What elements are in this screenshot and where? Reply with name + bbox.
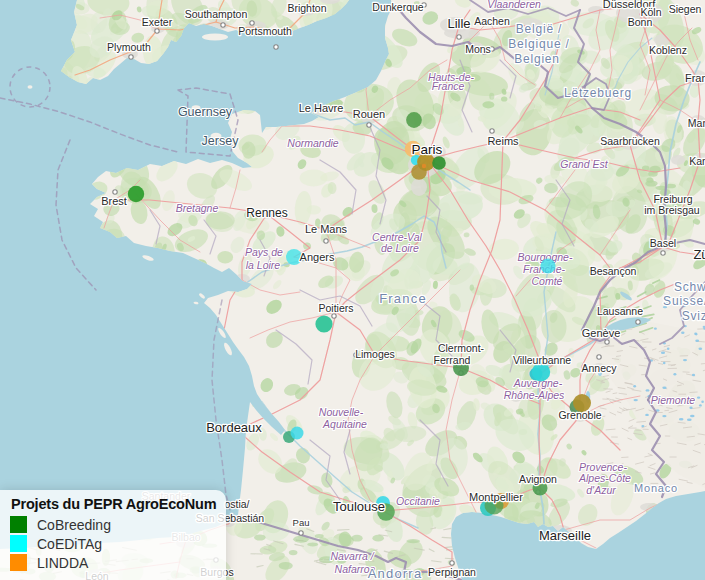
svg-text:Le Havre: Le Havre bbox=[299, 102, 344, 114]
svg-text:Toulouse: Toulouse bbox=[333, 499, 385, 514]
svg-text:Southampton: Southampton bbox=[185, 8, 248, 20]
svg-text:Reims: Reims bbox=[487, 135, 519, 147]
svg-text:Navarra /: Navarra / bbox=[330, 550, 374, 562]
svg-text:Limoges: Limoges bbox=[355, 348, 395, 360]
svg-text:Normandie: Normandie bbox=[287, 137, 339, 149]
svg-text:Poitiers: Poitiers bbox=[318, 302, 353, 314]
svg-text:Monaco: Monaco bbox=[634, 482, 678, 494]
svg-text:Paris: Paris bbox=[412, 142, 443, 157]
svg-text:Pays de: Pays de bbox=[245, 246, 283, 258]
svg-text:Guernsey: Guernsey bbox=[178, 105, 233, 119]
svg-text:Besançon: Besançon bbox=[590, 265, 637, 277]
svg-text:ostia/: ostia/ bbox=[224, 498, 249, 510]
svg-text:de Loire: de Loire bbox=[381, 242, 419, 254]
svg-text:Portsmouth: Portsmouth bbox=[238, 25, 292, 37]
svg-text:Suisse/S: Suisse/S bbox=[663, 294, 705, 308]
svg-text:Dunkerque: Dunkerque bbox=[372, 1, 424, 13]
svg-text:Aquitaine: Aquitaine bbox=[322, 418, 367, 430]
svg-text:Nouvelle-: Nouvelle- bbox=[319, 406, 364, 418]
svg-text:Bordeaux: Bordeaux bbox=[206, 420, 262, 435]
svg-text:Comté: Comté bbox=[532, 275, 563, 287]
svg-text:Alpes-Côte: Alpes-Côte bbox=[578, 472, 631, 484]
svg-text:Montpellier: Montpellier bbox=[469, 491, 523, 503]
svg-text:Perpignan: Perpignan bbox=[428, 566, 476, 578]
svg-text:België /: België / bbox=[516, 22, 562, 36]
svg-text:Saarbrücken: Saarbrücken bbox=[600, 135, 660, 147]
svg-text:Ferrand: Ferrand bbox=[434, 354, 471, 366]
svg-text:d'Azur: d'Azur bbox=[586, 484, 616, 496]
svg-text:Angers: Angers bbox=[300, 251, 335, 263]
svg-text:Zü: Zü bbox=[693, 247, 705, 262]
svg-text:Basel: Basel bbox=[650, 237, 676, 249]
svg-text:Lille: Lille bbox=[447, 16, 470, 31]
svg-text:Brest: Brest bbox=[101, 195, 127, 207]
svg-text:Rennes: Rennes bbox=[246, 206, 287, 220]
svg-text:Clermont-: Clermont- bbox=[438, 342, 485, 354]
svg-text:Annecy: Annecy bbox=[581, 362, 617, 374]
svg-text:Andorra: Andorra bbox=[368, 566, 423, 580]
svg-text:Karlsr: Karlsr bbox=[689, 155, 705, 167]
svg-text:France: France bbox=[432, 80, 465, 92]
svg-text:Exeter: Exeter bbox=[142, 16, 173, 28]
svg-text:Mons: Mons bbox=[465, 43, 491, 55]
svg-text:Villeurbanne: Villeurbanne bbox=[513, 354, 571, 366]
svg-text:la Loire: la Loire bbox=[246, 259, 281, 271]
svg-text:Aachen: Aachen bbox=[474, 15, 510, 27]
svg-text:Rhône-Alpes: Rhône-Alpes bbox=[504, 389, 565, 401]
svg-text:Occitanie: Occitanie bbox=[396, 495, 440, 507]
svg-text:Genève: Genève bbox=[582, 327, 621, 339]
svg-text:Mann: Mann bbox=[688, 117, 705, 129]
svg-text:Frank: Frank bbox=[685, 72, 705, 84]
svg-text:Svizz: Svizz bbox=[682, 309, 705, 323]
svg-text:Jersey: Jersey bbox=[202, 134, 240, 148]
svg-text:Belgique /: Belgique / bbox=[508, 37, 569, 51]
svg-text:Belgien: Belgien bbox=[514, 52, 560, 66]
svg-text:Piemonte: Piemonte bbox=[651, 394, 696, 406]
svg-text:im Breisgau: im Breisgau bbox=[644, 204, 700, 216]
svg-text:Lëtzebuerg: Lëtzebuerg bbox=[564, 86, 632, 100]
svg-text:France: France bbox=[379, 291, 427, 306]
svg-text:Marseille: Marseille bbox=[539, 528, 591, 543]
svg-text:Schwe: Schwe bbox=[674, 280, 705, 294]
svg-text:Grenoble: Grenoble bbox=[558, 409, 601, 421]
svg-text:Rouen: Rouen bbox=[353, 108, 385, 120]
svg-text:Siegen: Siegen bbox=[669, 3, 702, 15]
svg-text:Bretagne: Bretagne bbox=[176, 202, 219, 214]
svg-text:Le Mans: Le Mans bbox=[305, 223, 348, 235]
svg-text:Pau: Pau bbox=[293, 517, 310, 528]
svg-text:Lausanne: Lausanne bbox=[597, 305, 643, 317]
svg-text:Koblenz: Koblenz bbox=[649, 44, 687, 56]
svg-text:Grand Est: Grand Est bbox=[560, 158, 608, 170]
svg-text:Avignon: Avignon bbox=[519, 473, 557, 485]
svg-text:Plymouth: Plymouth bbox=[107, 41, 151, 53]
svg-text:Vlaanderen: Vlaanderen bbox=[487, 0, 541, 10]
svg-text:Brighton: Brighton bbox=[287, 2, 326, 14]
svg-text:Bonn: Bonn bbox=[628, 16, 653, 28]
